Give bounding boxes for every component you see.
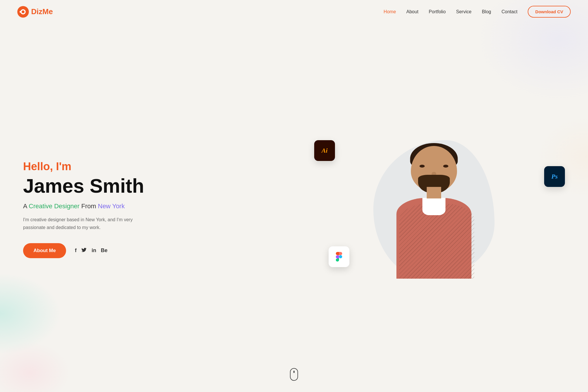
hero-subtitle: A Creative Designer From New York	[23, 202, 182, 210]
nav-links: Home About Portfolio Service Blog Contac…	[384, 6, 571, 18]
person-neck	[427, 187, 441, 198]
nav-item-portfolio[interactable]: Portfolio	[429, 9, 446, 14]
scroll-mouse	[290, 368, 298, 381]
hero-image-right: Ai Ps	[297, 123, 571, 296]
hero-actions: About Me f in Be	[23, 243, 182, 258]
person-figure	[385, 146, 483, 279]
subtitle-designer: Creative Designer	[29, 202, 80, 210]
svg-point-2	[22, 10, 25, 13]
logo-text: DizMe	[31, 7, 53, 16]
hero-name: James Smith	[23, 175, 182, 197]
hero-description: I'm creative designer based in New York,…	[23, 216, 144, 231]
svg-rect-3	[20, 11, 21, 13]
photoshop-icon: Ps	[544, 166, 565, 187]
scroll-dot	[293, 371, 295, 373]
hero-content-left: Hello, I'm James Smith A Creative Design…	[23, 160, 182, 258]
navbar: DizMe Home About Portfolio Service Blog …	[0, 0, 588, 23]
subtitle-middle: From	[81, 202, 98, 210]
nav-item-about[interactable]: About	[406, 9, 418, 14]
subtitle-prefix: A	[23, 202, 27, 210]
subtitle-location: New York	[98, 202, 125, 210]
download-cv-button[interactable]: Download CV	[528, 6, 571, 18]
logo[interactable]: DizMe	[17, 6, 53, 18]
twitter-icon[interactable]	[81, 247, 87, 254]
person-body	[396, 198, 471, 279]
figma-icon	[329, 246, 349, 267]
facebook-icon[interactable]: f	[75, 247, 76, 254]
nav-item-contact[interactable]: Contact	[501, 9, 517, 14]
about-me-button[interactable]: About Me	[23, 243, 66, 258]
logo-icon	[17, 6, 29, 18]
nav-item-home[interactable]: Home	[384, 9, 396, 14]
behance-icon[interactable]: Be	[101, 247, 107, 254]
nav-item-blog[interactable]: Blog	[482, 9, 491, 14]
illustrator-icon: Ai	[314, 140, 335, 161]
hero-greeting: Hello, I'm	[23, 160, 182, 173]
scroll-indicator	[290, 368, 298, 381]
nav-item-service[interactable]: Service	[456, 9, 471, 14]
social-links: f in Be	[75, 247, 107, 254]
person-image	[379, 140, 489, 279]
hero-section: Hello, I'm James Smith A Creative Design…	[0, 23, 588, 389]
linkedin-icon[interactable]: in	[91, 247, 96, 254]
